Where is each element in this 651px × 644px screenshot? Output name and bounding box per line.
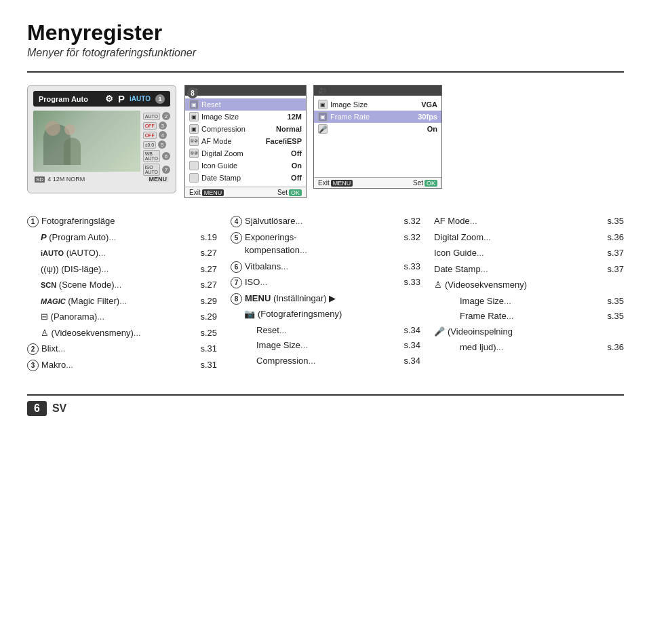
set-btn-left: Set OK [277, 189, 302, 196]
page-makro: s.31 [200, 358, 217, 372]
entry-foto-meny: 📷 (Fotograferingsmeny) [244, 307, 420, 321]
menu-row-digitalzoom: ①② Digital Zoom Off [185, 147, 306, 159]
col-right: AF Mode... s.35 Digital Zoom... s.36 Ico… [434, 214, 624, 374]
entry-blixt: 2 Blixt... s.31 [27, 342, 217, 356]
exit-btn-left: Exit MENU [189, 189, 224, 196]
camera-bottom-bar: SD 4 12M NORM MENU [33, 176, 170, 183]
page-dis: s.27 [200, 263, 217, 276]
entry-text-digitalzoom-right: Digital Zoom... [434, 231, 607, 244]
menu-panel-right: 🎥 ▣ Image Size VGA ▣ Frame Rate 30fps 🎤 [313, 85, 442, 189]
circle-entry-1: 1 [27, 216, 39, 227]
menu-row-reset: ▣ Reset [185, 98, 306, 111]
entry-sjalv: 4 Självutlösare... s.32 [231, 214, 420, 228]
circle-entry-6: 6 [231, 261, 242, 273]
page-datestamp-right: s.37 [607, 263, 624, 276]
circle-8-overlay: 8 [187, 88, 198, 98]
mic-icon-right: 🎤 [434, 325, 445, 339]
auto-icon: AUTO [143, 113, 160, 120]
page-scn: s.27 [200, 278, 217, 292]
video-icon-right: ♙ [434, 278, 442, 292]
page-digitalzoom-right: s.36 [607, 231, 624, 244]
sub-entry-imagesize: Image Size... s.34 [243, 339, 420, 352]
menu-panel-left: 📷 ▣ Reset ▣ Image Size 12M [184, 85, 307, 198]
camera-top-bar: Program Auto ⚙ P iAUTO 1 [33, 91, 170, 107]
entry-magic: MAGIC (Magic Filter)... s.29 [27, 295, 217, 308]
camera-body: AUTO 2 OFF 3 OFF 4 ±0.0 5 [33, 111, 170, 176]
circle-entry-5: 5 [231, 232, 242, 244]
sub-page-compression: s.34 [403, 354, 420, 368]
camera-icons: ⚙ P iAUTO 1 [105, 93, 165, 105]
page-pa: s.19 [200, 231, 217, 244]
circle-entry-3: 3 [27, 360, 39, 371]
circle-3: 3 [159, 121, 167, 130]
sub-text-compression: Compression... [256, 354, 403, 368]
menu-panel-left-body: ▣ Reset ▣ Image Size 12M ▣ Compression [185, 96, 306, 187]
bottom-bar: 6 SV [27, 394, 624, 416]
camera-side-icons: AUTO 2 OFF 3 OFF 4 ±0.0 5 [143, 111, 170, 176]
main-content: 1 Fotograferingsläge P (Program Auto)...… [27, 214, 624, 374]
page-blixt: s.31 [200, 342, 217, 356]
menu-btn-right: MENU [331, 180, 353, 187]
wb-icon: WBAUTO [143, 150, 160, 162]
circle-entry-2: 2 [27, 343, 39, 355]
compression-label: Compression [201, 125, 273, 133]
entry-fotograferingsläge: 1 Fotograferingsläge [27, 214, 217, 228]
entry-videoinspelning: 🎤 (Videoinspelning [434, 325, 624, 339]
camera-photo [33, 111, 140, 172]
entry-text-dis: ((ψ)) (DIS-läge)... [41, 263, 200, 276]
icon-row-2: AUTO 2 [143, 112, 170, 120]
entry-videosekvens-right: ♙ (Videosekvensmeny) [434, 278, 624, 292]
entry-text-menu: MENU (Inställningar) ▶ [245, 292, 420, 305]
set-btn-right: Set OK [413, 179, 437, 187]
page-sjalv: s.32 [403, 214, 420, 228]
entry-iconguide-right: Icon Guide... s.37 [434, 246, 624, 260]
menu-panel-right-footer: Exit MENU Set OK [314, 177, 441, 188]
circle-entry-7: 7 [231, 277, 242, 288]
menu-spacer-2 [314, 155, 441, 165]
sub-page-imagesize-right: s.35 [607, 295, 624, 308]
entry-scn: SCN (Scene Mode)... s.27 [27, 278, 217, 292]
ev-icon: ±0.0 [143, 141, 157, 149]
page-iso: s.33 [403, 276, 420, 289]
sub-entry-reset: Reset... s.34 [243, 324, 420, 337]
camera-bottom-info: SD 4 12M NORM [35, 176, 85, 183]
imagesize-right-value: VGA [421, 100, 437, 109]
page-video: s.25 [200, 326, 217, 340]
page: Menyregister Menyer för fotograferingsfu… [0, 0, 651, 436]
imagesize-right-icon: ▣ [318, 100, 328, 109]
entry-text-datestamp-right: Date Stamp... [434, 263, 607, 276]
entry-digitalzoom-right: Digital Zoom... s.36 [434, 231, 624, 244]
sub-entry-med-ljud: med ljud)... s.36 [446, 341, 624, 354]
entry-text-exp: Exponerings-kompensation... [245, 231, 403, 257]
compression-value: Normal [276, 125, 302, 133]
circle-entry-4: 4 [231, 216, 242, 227]
entry-text-scn: SCN (Scene Mode)... [41, 278, 200, 292]
entry-video-menu: ♙ (Videosekvensmeny)... s.25 [27, 326, 217, 340]
menu-panel-right-header: 🎥 [314, 86, 441, 96]
audio-value: On [427, 125, 437, 133]
page-afmode-right: s.35 [607, 214, 624, 228]
col-mid: 4 Självutlösare... s.32 5 Exponerings-ko… [231, 214, 420, 374]
imagesize-value: 12M [288, 113, 302, 121]
iconguide-value: On [292, 162, 302, 170]
entry-text-panorama: ⊟ (Panorama)... [41, 310, 200, 324]
sub-text-med-ljud: med ljud)... [460, 341, 607, 354]
set-label-right: Set [413, 179, 423, 187]
camera-mockup: Program Auto ⚙ P iAUTO 1 [27, 85, 176, 193]
sub-page-reset: s.34 [403, 324, 420, 337]
menu-row-imagesize: ▣ Image Size 12M [185, 111, 306, 123]
entry-text-fotomeny: (Fotograferingsmeny) [258, 307, 420, 321]
sub-text-reset: Reset... [256, 324, 403, 337]
entry-makro: 3 Makro... s.31 [27, 358, 217, 372]
afmode-value: Face/iESP [266, 137, 302, 145]
header-divider [27, 71, 624, 73]
afmode-label: AF Mode [201, 137, 263, 145]
ok-btn-left: OK [289, 189, 302, 196]
page-panorama: s.29 [200, 310, 217, 324]
entry-text-blixt: Blixt... [41, 342, 200, 356]
datestamp-label: Date Stamp [201, 174, 288, 182]
entry-text-makro: Makro... [41, 358, 200, 372]
page-vitbalans: s.33 [403, 260, 420, 273]
sub-page-framerate-right: s.35 [607, 309, 624, 323]
entry-iso: 7 ISO... s.33 [231, 276, 420, 289]
